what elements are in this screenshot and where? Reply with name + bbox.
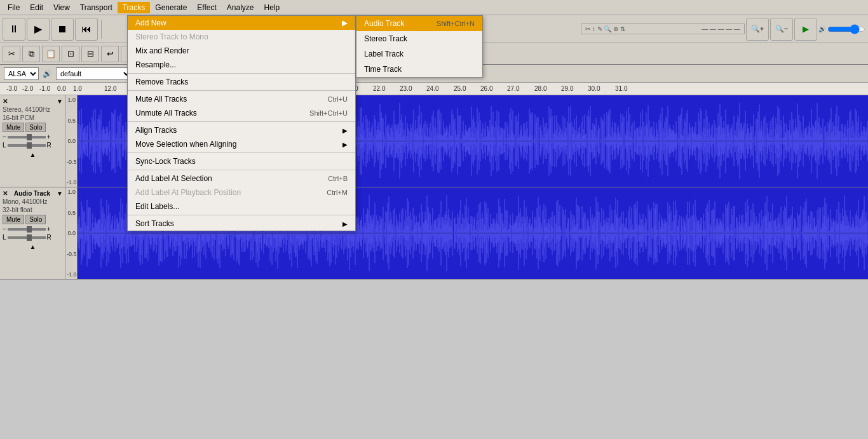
track1-scale: 1.0 0.5 0.0 -0.5 -1.0: [66, 95, 78, 187]
unmute-all-item[interactable]: Unmute All Tracks Shift+Ctrl+U: [128, 106, 355, 120]
mix-render-label: Mix and Render: [135, 46, 189, 55]
menu-transport[interactable]: Transport: [75, 2, 118, 13]
scale-n1.0: -1.0: [67, 179, 76, 186]
zoom-out-button[interactable]: 🔍−: [770, 18, 793, 41]
mute-all-label: Mute All Tracks: [135, 95, 187, 104]
track2-scale-n0.5: -0.5: [67, 251, 76, 257]
track1-dropdown[interactable]: ▼: [57, 98, 63, 105]
track1-solo[interactable]: Solo: [25, 123, 46, 132]
menu-div4: [128, 152, 355, 153]
add-new-submenu: Audio Track Shift+Ctrl+N Stereo Track La…: [356, 15, 483, 78]
ruler-25: 25.0: [454, 85, 466, 92]
undo-button[interactable]: ↩: [101, 46, 119, 62]
move-selection-item[interactable]: Move Selection when Aligning: [128, 137, 355, 151]
mix-render-item[interactable]: Mix and Render: [128, 44, 355, 58]
track2-mute[interactable]: Mute: [3, 215, 24, 224]
menu-effect[interactable]: Effect: [192, 2, 221, 13]
track2-info1: Mono, 44100Hz: [3, 198, 63, 205]
scale-n0.5: -0.5: [67, 159, 76, 165]
zoom-display: — — — — —: [702, 25, 740, 32]
toolbar-separator1: [101, 20, 102, 39]
ruler-neg3: -3.0: [6, 85, 17, 92]
volume-slider[interactable]: [827, 24, 865, 34]
zoom-in-button[interactable]: 🔍+: [746, 18, 769, 41]
align-tracks-label: Align Tracks: [135, 126, 177, 135]
track2-collapse[interactable]: ▲: [30, 243, 36, 250]
ruler-29: 29.0: [561, 85, 573, 92]
menu-div6: [128, 215, 355, 215]
paste-button[interactable]: 📋: [42, 46, 60, 62]
trim-button[interactable]: ⊡: [62, 46, 79, 62]
scale-1.0: 1.0: [67, 97, 76, 103]
add-label-playback-item: Add Label At Playback Position Ctrl+M: [128, 186, 355, 199]
silence-button[interactable]: ⊟: [81, 46, 99, 62]
track1-btns: Mute Solo: [3, 123, 63, 132]
time-track-item[interactable]: Time Track: [356, 62, 482, 77]
add-new-header[interactable]: Add New ▶: [128, 16, 355, 30]
selection-tool-label: ✂ ↕ ✎ 🔍 ⊕ ⇅: [585, 25, 625, 32]
track1-mute[interactable]: Mute: [3, 123, 24, 132]
track2-dropdown[interactable]: ▼: [57, 190, 63, 197]
track1-pan-slider[interactable]: [8, 144, 46, 147]
volume-label: 🔊: [818, 25, 826, 32]
mute-all-item[interactable]: Mute All Tracks Ctrl+U: [128, 92, 355, 106]
track2-vol-slider[interactable]: [8, 228, 46, 231]
track1-close[interactable]: ✕: [3, 98, 8, 105]
menu-help[interactable]: Help: [259, 2, 285, 13]
unmute-all-shortcut: Shift+Ctrl+U: [309, 109, 348, 117]
ruler-22: 22.0: [373, 85, 385, 92]
label-track-item[interactable]: Label Track: [356, 46, 482, 62]
track1-collapse[interactable]: ▲: [30, 151, 36, 158]
copy-button[interactable]: ⧉: [22, 46, 40, 62]
add-label-shortcut: Ctrl+B: [328, 175, 348, 182]
stereo-to-mono-item: Stereo Track to Mono: [128, 30, 355, 44]
resample-item[interactable]: Resample...: [128, 58, 355, 72]
menu-tracks[interactable]: Tracks: [118, 2, 151, 13]
track2-pan-slider[interactable]: [8, 236, 46, 239]
pause-button[interactable]: ⏸: [3, 18, 25, 41]
add-label-item[interactable]: Add Label At Selection Ctrl+B: [128, 172, 355, 186]
cut-button[interactable]: ✂: [3, 46, 20, 62]
ruler-1: 1.0: [73, 85, 82, 92]
move-selection-label: Move Selection when Aligning: [135, 140, 236, 149]
track2-title-row: ✕ Audio Track ▼: [3, 190, 63, 197]
track1-vol-plus: +: [47, 133, 51, 140]
track1-vol-label: −: [3, 133, 6, 140]
track1-header: ✕ ▼ Stereo, 44100Hz 16-bit PCM Mute Solo…: [0, 95, 66, 187]
track2-close[interactable]: ✕: [3, 190, 8, 197]
sync-lock-item[interactable]: Sync-Lock Tracks: [128, 154, 355, 168]
ruler-28: 28.0: [534, 85, 546, 92]
align-tracks-item[interactable]: Align Tracks: [128, 123, 355, 137]
play-button[interactable]: ▶: [27, 18, 50, 41]
ruler-neg1: -1.0: [39, 85, 50, 92]
sort-tracks-item[interactable]: Sort Tracks: [128, 217, 355, 231]
track2-scale-0.0: 0.0: [67, 230, 76, 236]
ruler-24: 24.0: [426, 85, 438, 92]
audio-track-item[interactable]: Audio Track Shift+Ctrl+N: [356, 16, 482, 31]
stereo-track-item[interactable]: Stereo Track: [356, 31, 482, 46]
stop-button[interactable]: ⏹: [51, 18, 74, 41]
device-select[interactable]: default: [56, 67, 132, 80]
menu-view[interactable]: View: [48, 2, 75, 13]
track1-title-row: ✕ ▼: [3, 98, 63, 105]
skip-start-button[interactable]: ⏮: [75, 18, 98, 41]
track1-info2: 16-bit PCM: [3, 114, 63, 121]
ruler-neg2: -2.0: [22, 85, 33, 92]
menu-edit[interactable]: Edit: [25, 2, 48, 13]
add-label-playback-shortcut: Ctrl+M: [327, 189, 348, 196]
track2-info2: 32-bit float: [3, 206, 63, 213]
menu-div3: [128, 121, 355, 122]
track1-pan-l: L: [3, 142, 6, 149]
menu-analyze[interactable]: Analyze: [222, 2, 259, 13]
tracks-menu: Add New ▶ Stereo Track to Mono Mix and R…: [127, 15, 356, 231]
menu-file[interactable]: File: [3, 2, 25, 13]
track1-vol-slider[interactable]: [8, 136, 46, 138]
menu-generate[interactable]: Generate: [150, 2, 192, 13]
edit-labels-item[interactable]: Edit Labels...: [128, 199, 355, 213]
remove-tracks-item[interactable]: Remove Tracks: [128, 75, 355, 89]
play-region-button[interactable]: ▶: [794, 18, 817, 41]
driver-select[interactable]: ALSA: [4, 67, 39, 80]
track2-solo[interactable]: Solo: [25, 215, 46, 224]
menubar: File Edit View Transport Tracks Generate…: [0, 0, 868, 15]
stereo-track-label: Stereo Track: [364, 34, 407, 43]
